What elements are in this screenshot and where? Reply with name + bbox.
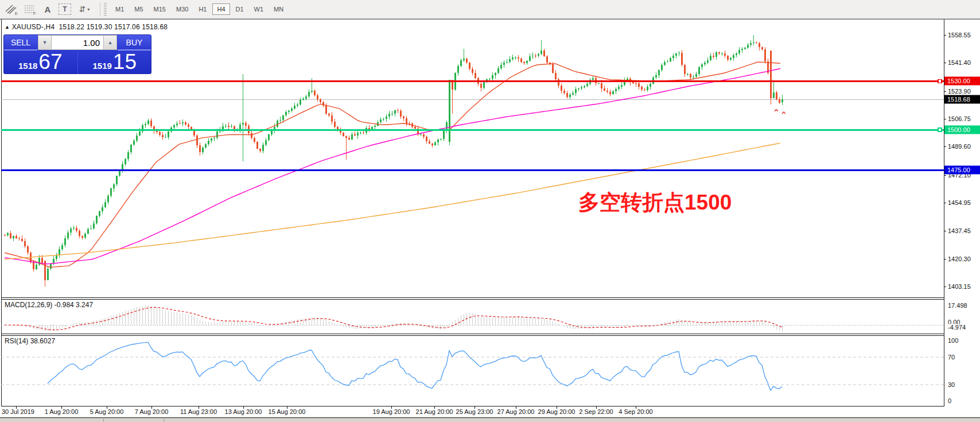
candle-body [208, 141, 209, 144]
candle-body [90, 229, 92, 229]
candle-body [302, 99, 304, 100]
rsi-line [48, 342, 782, 390]
candle-body [449, 80, 450, 142]
macd-pane[interactable] [1, 299, 944, 334]
candle-body [776, 92, 777, 99]
candle-body [176, 123, 178, 125]
candle-body [374, 126, 376, 127]
candle-body [750, 43, 752, 44]
candle-body [403, 117, 405, 118]
timeframe-m30[interactable]: M30 [172, 3, 193, 15]
candle-body [168, 131, 169, 137]
timeframe-m15[interactable]: M15 [149, 3, 170, 15]
candle-body [345, 136, 347, 138]
candle-body [615, 89, 617, 91]
candle-body [265, 140, 267, 145]
candle-body [715, 52, 717, 57]
timeframe-h4[interactable]: H4 [212, 3, 230, 15]
price-badge-1500.00: 1500.00 [944, 126, 980, 134]
candle-body [520, 59, 522, 62]
candle-body [147, 121, 149, 124]
candle-body [96, 216, 98, 223]
candle-body [681, 53, 683, 65]
candle-body [231, 126, 232, 127]
volume-down-button[interactable]: ▼ [38, 35, 52, 50]
time-label: 25 Aug 23:00 [456, 408, 493, 415]
candle-body [337, 127, 339, 129]
candle-body [566, 93, 568, 97]
candle-body [437, 140, 439, 142]
ask-price[interactable]: 1519 15 [78, 51, 152, 74]
candle-body [563, 91, 565, 93]
candle-body [741, 49, 743, 50]
candle-body [116, 176, 118, 184]
candle-body [638, 83, 640, 86]
candle-body [70, 229, 72, 233]
arrows-dropdown-icon[interactable]: ⇵ ▾ [75, 2, 94, 16]
main-pane-border [1, 297, 944, 298]
candle-body [773, 92, 775, 98]
sell-button[interactable]: SELL [4, 35, 37, 51]
timeframe-mn[interactable]: MN [269, 3, 288, 15]
candle-body [61, 245, 63, 249]
candle-body [50, 264, 52, 269]
candle-body [503, 63, 505, 65]
candle-body [256, 142, 258, 149]
hline-handle[interactable] [938, 128, 942, 131]
candle-body [291, 109, 293, 111]
timeframe-w1[interactable]: W1 [250, 3, 269, 15]
candle-body [159, 132, 161, 135]
price-tick [944, 91, 946, 92]
volume-up-button[interactable]: ▲ [103, 35, 117, 50]
time-label: 2 Sep 22:00 [579, 408, 613, 415]
candle-body [47, 269, 49, 280]
equidistant-channel-icon[interactable]: E [3, 2, 18, 16]
candle-body [609, 92, 611, 94]
candle-body [414, 127, 416, 129]
timeframe-m5[interactable]: M5 [130, 3, 147, 15]
price-tick-label: 1489.60 [948, 143, 971, 150]
chart-ohlc: 1518.22 1519.30 1517.06 1518.68 [59, 23, 168, 31]
candle-body [406, 118, 407, 123]
text-label-icon[interactable]: T [59, 3, 71, 15]
fibonacci-icon[interactable]: F [22, 2, 37, 16]
candle-body [618, 87, 620, 88]
candle-body [102, 207, 103, 211]
candle-body [13, 236, 14, 238]
timeframe-d1[interactable]: D1 [231, 3, 248, 15]
candle-body [99, 211, 100, 216]
candle-body [76, 228, 77, 231]
candle-body [658, 70, 660, 75]
candle-body [512, 57, 514, 59]
buy-button[interactable]: BUY [118, 35, 151, 51]
price-tick-label: 1523.90 [948, 88, 971, 95]
time-label: 7 Aug 20:00 [135, 408, 169, 415]
price-badge-1518.68: 1518.68 [944, 95, 980, 104]
candle-body [259, 149, 261, 150]
candle-body [736, 53, 737, 56]
hline-handle[interactable] [938, 79, 942, 83]
candle-body [572, 93, 574, 95]
bid-price[interactable]: 1518 67 [3, 51, 78, 74]
arrow-text-icon[interactable]: A [40, 2, 55, 16]
candle-body [558, 79, 559, 86]
rsi-pane[interactable] [1, 335, 944, 406]
candle-body [67, 233, 69, 238]
time-label: 13 Aug 20:00 [225, 408, 262, 415]
candle-body [426, 137, 427, 141]
timeframe-h1[interactable]: H1 [194, 3, 211, 15]
candle-body [320, 99, 321, 102]
candle-body [761, 47, 763, 49]
timeframe-m1[interactable]: M1 [111, 3, 129, 15]
candle-body [434, 142, 436, 145]
volume-input[interactable]: 1.00 [52, 35, 103, 50]
price-tick [944, 119, 946, 119]
candle-body [165, 137, 166, 138]
candle-body [540, 51, 542, 54]
toolbar-grip[interactable] [104, 3, 107, 16]
toolbar: E F A T ⇵ ▾ M1M5M15M30H1H4D1W1MN [0, 0, 980, 19]
candle-body [526, 61, 528, 63]
candle-body [733, 55, 734, 57]
candle-body [552, 64, 554, 73]
candle-body [136, 135, 138, 141]
